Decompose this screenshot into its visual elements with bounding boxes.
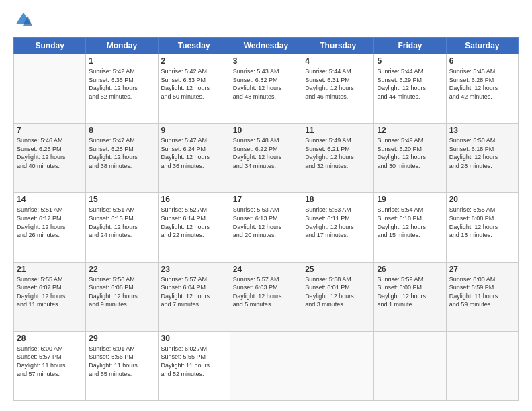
calendar-cell: 17Sunrise: 5:53 AM Sunset: 6:13 PM Dayli… <box>230 193 302 262</box>
day-info: Sunrise: 5:45 AM Sunset: 6:28 PM Dayligh… <box>449 67 515 101</box>
calendar-cell: 8Sunrise: 5:47 AM Sunset: 6:25 PM Daylig… <box>86 124 158 193</box>
calendar-cell: 1Sunrise: 5:42 AM Sunset: 6:35 PM Daylig… <box>86 54 158 124</box>
calendar-cell: 14Sunrise: 5:51 AM Sunset: 6:17 PM Dayli… <box>14 193 86 262</box>
day-number: 28 <box>17 334 83 343</box>
day-info: Sunrise: 5:49 AM Sunset: 6:21 PM Dayligh… <box>305 136 371 170</box>
day-number: 8 <box>89 126 154 135</box>
day-info: Sunrise: 5:43 AM Sunset: 6:32 PM Dayligh… <box>233 67 299 101</box>
weekday-header-wednesday: Wednesday <box>230 38 302 54</box>
day-info: Sunrise: 5:44 AM Sunset: 6:29 PM Dayligh… <box>377 67 443 101</box>
day-number: 20 <box>449 195 515 204</box>
day-info: Sunrise: 5:52 AM Sunset: 6:14 PM Dayligh… <box>161 205 227 239</box>
calendar-cell <box>374 331 446 400</box>
day-number: 29 <box>89 334 154 343</box>
calendar-cell: 26Sunrise: 5:59 AM Sunset: 6:00 PM Dayli… <box>374 262 446 331</box>
day-number: 30 <box>161 334 227 343</box>
calendar-cell <box>446 331 518 400</box>
weekday-header-thursday: Thursday <box>302 38 374 54</box>
page: SundayMondayTuesdayWednesdayThursdayFrid… <box>0 0 532 411</box>
day-info: Sunrise: 5:51 AM Sunset: 6:17 PM Dayligh… <box>17 205 83 239</box>
weekday-header-monday: Monday <box>86 38 158 54</box>
day-info: Sunrise: 5:44 AM Sunset: 6:31 PM Dayligh… <box>305 67 371 101</box>
weekday-header-saturday: Saturday <box>446 38 518 54</box>
day-info: Sunrise: 6:02 AM Sunset: 5:55 PM Dayligh… <box>161 345 227 378</box>
day-info: Sunrise: 5:42 AM Sunset: 6:33 PM Dayligh… <box>161 67 227 101</box>
day-number: 1 <box>89 56 154 66</box>
day-info: Sunrise: 5:59 AM Sunset: 6:00 PM Dayligh… <box>377 275 443 309</box>
day-info: Sunrise: 6:00 AM Sunset: 5:59 PM Dayligh… <box>449 275 515 309</box>
day-number: 18 <box>305 195 371 204</box>
day-info: Sunrise: 5:47 AM Sunset: 6:25 PM Dayligh… <box>89 136 154 170</box>
day-info: Sunrise: 5:55 AM Sunset: 6:08 PM Dayligh… <box>449 205 515 239</box>
logo-icon <box>13 10 34 30</box>
calendar-cell: 11Sunrise: 5:49 AM Sunset: 6:21 PM Dayli… <box>302 124 374 193</box>
calendar-cell: 21Sunrise: 5:55 AM Sunset: 6:07 PM Dayli… <box>14 262 86 331</box>
day-info: Sunrise: 5:58 AM Sunset: 6:01 PM Dayligh… <box>305 275 371 309</box>
calendar-cell: 23Sunrise: 5:57 AM Sunset: 6:04 PM Dayli… <box>158 262 230 331</box>
day-number: 4 <box>305 56 371 66</box>
calendar-table: SundayMondayTuesdayWednesdayThursdayFrid… <box>13 37 519 401</box>
day-info: Sunrise: 5:50 AM Sunset: 6:18 PM Dayligh… <box>449 136 515 170</box>
day-number: 14 <box>17 195 83 204</box>
day-info: Sunrise: 5:47 AM Sunset: 6:24 PM Dayligh… <box>161 136 227 170</box>
day-info: Sunrise: 5:51 AM Sunset: 6:15 PM Dayligh… <box>89 205 154 239</box>
calendar-week-3: 14Sunrise: 5:51 AM Sunset: 6:17 PM Dayli… <box>14 193 519 262</box>
calendar-cell: 13Sunrise: 5:50 AM Sunset: 6:18 PM Dayli… <box>446 124 518 193</box>
day-number: 25 <box>305 265 371 274</box>
day-number: 24 <box>233 265 299 274</box>
day-info: Sunrise: 5:55 AM Sunset: 6:07 PM Dayligh… <box>17 275 83 309</box>
weekday-header-tuesday: Tuesday <box>158 38 230 54</box>
calendar-cell: 9Sunrise: 5:47 AM Sunset: 6:24 PM Daylig… <box>158 124 230 193</box>
day-info: Sunrise: 5:42 AM Sunset: 6:35 PM Dayligh… <box>89 67 154 101</box>
calendar-cell: 10Sunrise: 5:48 AM Sunset: 6:22 PM Dayli… <box>230 124 302 193</box>
calendar-cell: 6Sunrise: 5:45 AM Sunset: 6:28 PM Daylig… <box>446 54 518 124</box>
calendar-week-2: 7Sunrise: 5:46 AM Sunset: 6:26 PM Daylig… <box>14 124 519 193</box>
day-number: 17 <box>233 195 299 204</box>
day-number: 12 <box>377 126 443 135</box>
day-number: 3 <box>233 56 299 66</box>
calendar-cell <box>230 331 302 400</box>
day-info: Sunrise: 6:01 AM Sunset: 5:56 PM Dayligh… <box>89 345 154 378</box>
calendar-week-5: 28Sunrise: 6:00 AM Sunset: 5:57 PM Dayli… <box>14 331 519 400</box>
day-number: 22 <box>89 265 154 274</box>
day-number: 6 <box>449 56 515 66</box>
day-info: Sunrise: 5:46 AM Sunset: 6:26 PM Dayligh… <box>17 136 83 170</box>
calendar-cell: 15Sunrise: 5:51 AM Sunset: 6:15 PM Dayli… <box>86 193 158 262</box>
day-number: 21 <box>17 265 83 274</box>
calendar-cell: 19Sunrise: 5:54 AM Sunset: 6:10 PM Dayli… <box>374 193 446 262</box>
day-info: Sunrise: 6:00 AM Sunset: 5:57 PM Dayligh… <box>17 345 83 378</box>
day-info: Sunrise: 5:53 AM Sunset: 6:13 PM Dayligh… <box>233 205 299 239</box>
day-number: 2 <box>161 56 227 66</box>
calendar-cell: 18Sunrise: 5:53 AM Sunset: 6:11 PM Dayli… <box>302 193 374 262</box>
calendar-cell: 2Sunrise: 5:42 AM Sunset: 6:33 PM Daylig… <box>158 54 230 124</box>
weekday-header-friday: Friday <box>374 38 446 54</box>
day-number: 26 <box>377 265 443 274</box>
day-number: 19 <box>377 195 443 204</box>
day-number: 5 <box>377 56 443 66</box>
day-info: Sunrise: 5:57 AM Sunset: 6:03 PM Dayligh… <box>233 275 299 309</box>
calendar-cell <box>302 331 374 400</box>
calendar-week-4: 21Sunrise: 5:55 AM Sunset: 6:07 PM Dayli… <box>14 262 519 331</box>
day-number: 7 <box>17 126 83 135</box>
logo <box>13 10 37 30</box>
day-number: 23 <box>161 265 227 274</box>
day-number: 9 <box>161 126 227 135</box>
day-number: 27 <box>449 265 515 274</box>
day-number: 10 <box>233 126 299 135</box>
day-info: Sunrise: 5:48 AM Sunset: 6:22 PM Dayligh… <box>233 136 299 170</box>
calendar-cell <box>14 54 86 124</box>
calendar-cell: 20Sunrise: 5:55 AM Sunset: 6:08 PM Dayli… <box>446 193 518 262</box>
calendar-cell: 27Sunrise: 6:00 AM Sunset: 5:59 PM Dayli… <box>446 262 518 331</box>
day-info: Sunrise: 5:49 AM Sunset: 6:20 PM Dayligh… <box>377 136 443 170</box>
day-info: Sunrise: 5:57 AM Sunset: 6:04 PM Dayligh… <box>161 275 227 309</box>
day-number: 13 <box>449 126 515 135</box>
day-number: 16 <box>161 195 227 204</box>
calendar-cell: 29Sunrise: 6:01 AM Sunset: 5:56 PM Dayli… <box>86 331 158 400</box>
day-info: Sunrise: 5:54 AM Sunset: 6:10 PM Dayligh… <box>377 205 443 239</box>
day-info: Sunrise: 5:56 AM Sunset: 6:06 PM Dayligh… <box>89 275 154 309</box>
calendar-cell: 3Sunrise: 5:43 AM Sunset: 6:32 PM Daylig… <box>230 54 302 124</box>
calendar-cell: 12Sunrise: 5:49 AM Sunset: 6:20 PM Dayli… <box>374 124 446 193</box>
header <box>13 10 519 30</box>
calendar-cell: 28Sunrise: 6:00 AM Sunset: 5:57 PM Dayli… <box>14 331 86 400</box>
calendar-week-1: 1Sunrise: 5:42 AM Sunset: 6:35 PM Daylig… <box>14 54 519 124</box>
